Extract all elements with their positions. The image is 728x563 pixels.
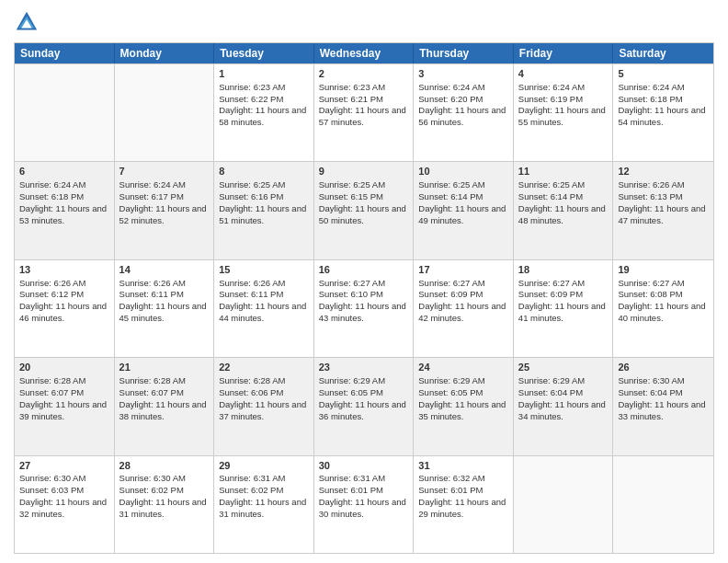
day-header-friday: Friday (514, 43, 614, 63)
sunrise-text: Sunrise: 6:31 AM (219, 473, 285, 483)
day-number: 19 (618, 263, 709, 277)
day-cell-23: 23Sunrise: 6:29 AMSunset: 6:05 PMDayligh… (314, 358, 415, 454)
day-number: 20 (19, 361, 109, 374)
daylight-text: Daylight: 11 hours and 54 minutes. (618, 105, 705, 127)
daylight-text: Daylight: 11 hours and 29 minutes. (418, 497, 506, 519)
day-cell-24: 24Sunrise: 6:29 AMSunset: 6:05 PMDayligh… (414, 358, 514, 454)
sunset-text: Sunset: 6:14 PM (418, 191, 483, 201)
day-header-wednesday: Wednesday (314, 43, 415, 63)
sunset-text: Sunset: 6:22 PM (219, 94, 283, 104)
calendar-header: SundayMondayTuesdayWednesdayThursdayFrid… (15, 43, 713, 63)
day-number: 22 (219, 361, 309, 374)
day-cell-25: 25Sunrise: 6:29 AMSunset: 6:04 PMDayligh… (514, 358, 614, 454)
sunrise-text: Sunrise: 6:27 AM (618, 278, 684, 288)
sunrise-text: Sunrise: 6:25 AM (219, 179, 285, 190)
day-number: 15 (219, 263, 309, 277)
sunrise-text: Sunrise: 6:26 AM (19, 278, 85, 288)
sunset-text: Sunset: 6:01 PM (418, 485, 483, 495)
sunrise-text: Sunrise: 6:30 AM (119, 473, 186, 483)
daylight-text: Daylight: 11 hours and 44 minutes. (219, 301, 306, 323)
day-number: 25 (518, 361, 609, 374)
daylight-text: Daylight: 11 hours and 31 minutes. (119, 497, 207, 519)
sunset-text: Sunset: 6:05 PM (418, 387, 483, 397)
daylight-text: Daylight: 11 hours and 34 minutes. (518, 399, 606, 421)
calendar-row-1: 6Sunrise: 6:24 AMSunset: 6:18 PMDaylight… (15, 161, 713, 259)
day-number: 5 (618, 67, 709, 81)
sunrise-text: Sunrise: 6:24 AM (418, 82, 484, 92)
empty-cell-4-5 (514, 456, 614, 553)
sunset-text: Sunset: 6:10 PM (319, 289, 383, 299)
sunset-text: Sunset: 6:01 PM (319, 485, 383, 495)
daylight-text: Daylight: 11 hours and 45 minutes. (119, 301, 207, 323)
daylight-text: Daylight: 11 hours and 50 minutes. (319, 203, 406, 225)
daylight-text: Daylight: 11 hours and 41 minutes. (518, 301, 606, 323)
day-cell-20: 20Sunrise: 6:28 AMSunset: 6:07 PMDayligh… (15, 358, 115, 454)
day-number: 21 (119, 361, 210, 374)
sunrise-text: Sunrise: 6:30 AM (618, 375, 684, 385)
sunrise-text: Sunrise: 6:28 AM (219, 375, 285, 385)
sunset-text: Sunset: 6:02 PM (119, 485, 184, 495)
day-number: 26 (618, 361, 709, 374)
day-cell-10: 10Sunrise: 6:25 AMSunset: 6:14 PMDayligh… (414, 162, 514, 259)
sunset-text: Sunset: 6:21 PM (319, 94, 383, 104)
sunrise-text: Sunrise: 6:25 AM (418, 179, 484, 190)
sunset-text: Sunset: 6:07 PM (119, 387, 184, 397)
day-number: 18 (518, 263, 609, 277)
day-cell-1: 1Sunrise: 6:23 AMSunset: 6:22 PMDaylight… (214, 64, 314, 161)
day-number: 12 (618, 165, 709, 178)
day-number: 8 (219, 165, 309, 178)
day-cell-11: 11Sunrise: 6:25 AMSunset: 6:14 PMDayligh… (514, 162, 614, 259)
day-cell-3: 3Sunrise: 6:24 AMSunset: 6:20 PMDaylight… (414, 64, 514, 161)
sunset-text: Sunset: 6:11 PM (119, 289, 184, 299)
sunrise-text: Sunrise: 6:32 AM (418, 473, 484, 483)
page: SundayMondayTuesdayWednesdayThursdayFrid… (0, 0, 728, 563)
day-cell-28: 28Sunrise: 6:30 AMSunset: 6:02 PMDayligh… (115, 456, 215, 553)
sunset-text: Sunset: 6:20 PM (418, 94, 483, 104)
sunrise-text: Sunrise: 6:27 AM (518, 278, 585, 288)
sunset-text: Sunset: 6:03 PM (19, 485, 84, 495)
sunset-text: Sunset: 6:02 PM (219, 485, 283, 495)
daylight-text: Daylight: 11 hours and 43 minutes. (319, 301, 406, 323)
calendar-row-0: 1Sunrise: 6:23 AMSunset: 6:22 PMDaylight… (15, 63, 713, 161)
day-cell-16: 16Sunrise: 6:27 AMSunset: 6:10 PMDayligh… (314, 260, 415, 357)
sunset-text: Sunset: 6:13 PM (618, 191, 682, 201)
daylight-text: Daylight: 11 hours and 37 minutes. (219, 399, 306, 421)
daylight-text: Daylight: 11 hours and 39 minutes. (19, 399, 107, 421)
day-header-thursday: Thursday (414, 43, 514, 63)
daylight-text: Daylight: 11 hours and 48 minutes. (518, 203, 606, 225)
day-header-saturday: Saturday (613, 43, 713, 63)
daylight-text: Daylight: 11 hours and 38 minutes. (119, 399, 207, 421)
day-cell-6: 6Sunrise: 6:24 AMSunset: 6:18 PMDaylight… (15, 162, 115, 259)
sunrise-text: Sunrise: 6:27 AM (418, 278, 484, 288)
day-number: 30 (319, 459, 409, 473)
sunrise-text: Sunrise: 6:26 AM (219, 278, 285, 288)
daylight-text: Daylight: 11 hours and 55 minutes. (518, 105, 606, 127)
sunset-text: Sunset: 6:08 PM (618, 289, 682, 299)
day-cell-15: 15Sunrise: 6:26 AMSunset: 6:11 PMDayligh… (214, 260, 314, 357)
calendar-row-4: 27Sunrise: 6:30 AMSunset: 6:03 PMDayligh… (15, 455, 713, 553)
day-number: 17 (418, 263, 508, 277)
daylight-text: Daylight: 11 hours and 52 minutes. (119, 203, 207, 225)
daylight-text: Daylight: 11 hours and 42 minutes. (418, 301, 506, 323)
calendar-body: 1Sunrise: 6:23 AMSunset: 6:22 PMDaylight… (15, 63, 713, 553)
day-header-sunday: Sunday (15, 43, 115, 63)
calendar-row-2: 13Sunrise: 6:26 AMSunset: 6:12 PMDayligh… (15, 259, 713, 357)
day-cell-14: 14Sunrise: 6:26 AMSunset: 6:11 PMDayligh… (115, 260, 215, 357)
sunset-text: Sunset: 6:04 PM (518, 387, 583, 397)
daylight-text: Daylight: 11 hours and 32 minutes. (19, 497, 107, 519)
sunrise-text: Sunrise: 6:24 AM (518, 82, 585, 92)
empty-cell-0-1 (115, 64, 215, 161)
sunset-text: Sunset: 6:11 PM (219, 289, 283, 299)
sunrise-text: Sunrise: 6:24 AM (119, 179, 186, 190)
sunset-text: Sunset: 6:05 PM (319, 387, 383, 397)
day-number: 14 (119, 263, 210, 277)
day-number: 16 (319, 263, 409, 277)
day-cell-19: 19Sunrise: 6:27 AMSunset: 6:08 PMDayligh… (613, 260, 713, 357)
daylight-text: Daylight: 11 hours and 30 minutes. (319, 497, 406, 519)
daylight-text: Daylight: 11 hours and 49 minutes. (418, 203, 506, 225)
sunrise-text: Sunrise: 6:23 AM (219, 82, 285, 92)
sunrise-text: Sunrise: 6:29 AM (518, 375, 585, 385)
day-number: 7 (119, 165, 210, 178)
sunrise-text: Sunrise: 6:24 AM (618, 82, 684, 92)
day-header-tuesday: Tuesday (214, 43, 314, 63)
